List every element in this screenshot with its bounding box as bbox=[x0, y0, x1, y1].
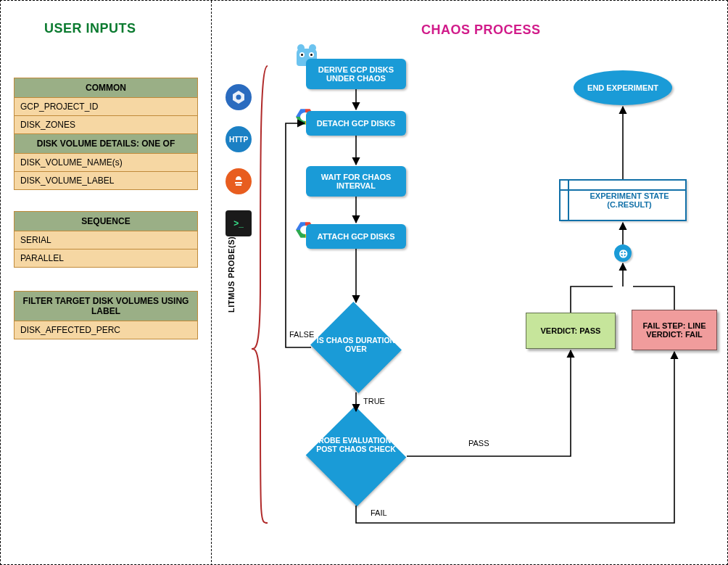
litmus-probes-label: LITMUS PROBE(S) bbox=[227, 236, 236, 313]
verdict-fail: FAIL STEP: LINE VERDICT: FAIL bbox=[632, 310, 717, 350]
merge-node: ⊕ bbox=[614, 244, 632, 262]
end-experiment: END EXPERIMENT bbox=[574, 70, 672, 105]
decision-probe bbox=[306, 406, 407, 507]
diagram-canvas: USER INPUTS CHAOS PROCESS COMMON GCP_PRO… bbox=[0, 0, 728, 565]
k8s-icon bbox=[226, 84, 252, 110]
terminal-icon: >_ bbox=[226, 210, 252, 236]
edge-label-fail: FAIL bbox=[371, 508, 387, 517]
table-row: DISK_VOLUME_NAME(s) bbox=[15, 154, 197, 172]
table-row: PARALLEL bbox=[15, 249, 197, 267]
step-derive: DERIVE GCP DISKS UNDER CHAOS bbox=[306, 59, 406, 89]
edge-label-pass: PASS bbox=[468, 439, 489, 448]
table-filter: FILTER TARGET DISK VOLUMES USING LABEL D… bbox=[14, 291, 198, 339]
table-common: COMMON GCP_PROJECT_ID DISK_ZONES DISK VO… bbox=[14, 78, 198, 190]
verdict-pass: VERDICT: PASS bbox=[526, 313, 616, 349]
table-header: SEQUENCE bbox=[15, 212, 197, 231]
experiment-state: EXPERIMENT STATE (C.RESULT) bbox=[559, 179, 687, 221]
probe-icon-column: HTTP >_ bbox=[226, 84, 252, 252]
edge-label-false: FALSE bbox=[289, 330, 314, 339]
table-header: FILTER TARGET DISK VOLUMES USING LABEL bbox=[15, 292, 197, 321]
table-header: COMMON bbox=[15, 78, 197, 98]
table-row: GCP_PROJECT_ID bbox=[15, 98, 197, 116]
table-row: DISK_AFFECTED_PERC bbox=[15, 321, 197, 339]
decision-duration-label: IS CHAOS DURATION OVER bbox=[309, 336, 403, 353]
edge-label-true: TRUE bbox=[363, 397, 385, 405]
table-sequence: SEQUENCE SERIAL PARALLEL bbox=[14, 211, 198, 268]
table-row: SERIAL bbox=[15, 231, 197, 249]
table-row: DISK_ZONES bbox=[15, 116, 197, 134]
section-title-user-inputs: USER INPUTS bbox=[44, 21, 136, 36]
step-detach: DETACH GCP DISKS bbox=[306, 111, 406, 136]
svg-point-1 bbox=[236, 95, 241, 100]
http-icon: HTTP bbox=[226, 126, 252, 152]
vertical-divider bbox=[211, 1, 212, 565]
prometheus-icon bbox=[226, 168, 252, 194]
table-row: DISK_VOLUME_LABEL bbox=[15, 172, 197, 189]
step-wait: WAIT FOR CHAOS INTERVAL bbox=[306, 166, 406, 197]
step-attach: ATTACH GCP DISKS bbox=[306, 224, 406, 249]
decision-probe-label: PROBE EVALUATION & POST CHAOS CHECK bbox=[309, 436, 403, 453]
section-title-chaos-process: CHAOS PROCESS bbox=[421, 22, 541, 38]
table-header: DISK VOLUME DETAILS: ONE OF bbox=[15, 134, 197, 154]
